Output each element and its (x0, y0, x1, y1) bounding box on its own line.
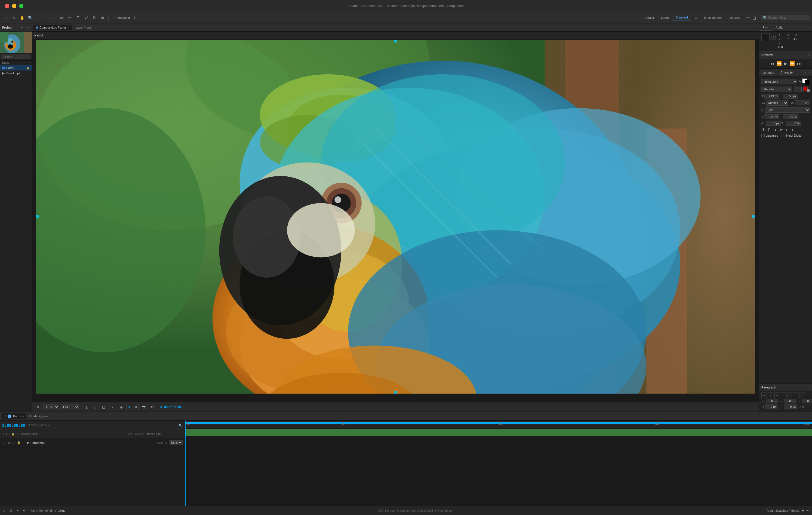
fmt-sub-btn[interactable]: T↓ (791, 128, 796, 132)
fmt-super-btn[interactable]: T↑ (785, 128, 790, 132)
home-tool[interactable]: ⌂ (2, 14, 9, 21)
minimize-panel-btn[interactable]: ◫ (751, 14, 758, 21)
align-justify-btn[interactable]: ⋮ (781, 393, 786, 398)
vt-preview-btn[interactable]: ⟳ (149, 403, 156, 410)
project-item-parrot-comp[interactable]: ▦ Parrot 🔒 (0, 65, 32, 70)
info-panel-menu[interactable]: ≡ (809, 26, 810, 29)
status-char-btn[interactable]: A (23, 509, 25, 513)
handle-top[interactable] (394, 40, 397, 42)
char-menu-btn[interactable]: ≡ (804, 71, 806, 74)
align-left-btn[interactable]: ≡ (761, 393, 767, 398)
para-indent-left-input[interactable] (766, 399, 778, 403)
fmt-smallcaps-btn[interactable]: Tт (779, 128, 784, 132)
leading-input[interactable] (783, 94, 798, 98)
layer-audio-btn[interactable]: ♪ (12, 441, 16, 445)
font-style-dropdown[interactable]: Regular (761, 87, 792, 92)
char-expand-btn[interactable]: >> (808, 71, 811, 74)
layer-solo-btn[interactable]: ◎ (2, 441, 6, 445)
align-center-btn[interactable]: ≡ (768, 393, 773, 398)
toggle-switches-btn[interactable]: Toggle Switches / Modes (766, 509, 800, 512)
comp-tab-close[interactable]: ✕ (67, 26, 69, 29)
render-queue-btn[interactable]: Render Queue (29, 414, 48, 418)
prev-step-fwd-btn[interactable]: ⏩ (789, 61, 795, 66)
status-graph-btn[interactable]: ∿ (806, 509, 809, 512)
tl-layer-1[interactable]: ◎ 👁 ♪ 🔒 1 ▶ Parrot.mp4 ⊕⊗⊗ ⊗ None (0, 438, 185, 448)
ws-menu[interactable]: ≡ (692, 15, 700, 20)
vt-trans-button[interactable]: ◈ (118, 403, 125, 410)
prev-last-btn[interactable]: ⏭ (797, 61, 802, 66)
ws-default[interactable]: Default (641, 15, 657, 20)
puppet-tool[interactable]: ⊕ (99, 14, 106, 21)
tl-tab-parrot[interactable]: ✕ Parrot ≡ (2, 413, 26, 419)
font-swatch-mini-bg[interactable] (807, 89, 810, 92)
project-item-parrot-mp4[interactable]: ▶ Parrot.mp4 (0, 70, 32, 76)
undo-btn[interactable]: ↩ (38, 14, 46, 21)
align-justify-c-btn[interactable]: ⋮ (787, 393, 793, 398)
rect-tool[interactable]: ▭ (58, 14, 65, 21)
preview-menu-btn[interactable]: ≡ (808, 54, 810, 57)
zoom-tool[interactable]: 🔍 (27, 14, 34, 21)
paragraph-menu-btn[interactable]: ≡ (808, 386, 810, 389)
ligatures-checkbox[interactable] (761, 134, 765, 137)
para-indent-right-input[interactable] (784, 404, 797, 409)
snapping-options[interactable]: ⋮ (131, 14, 138, 21)
vt-options-btn[interactable]: ⚙ (34, 403, 41, 410)
font-size-input[interactable] (764, 94, 779, 98)
align-right-btn[interactable]: ≡ (775, 393, 780, 398)
handle-right[interactable] (752, 215, 755, 218)
hand-tool[interactable]: ✋ (19, 14, 26, 21)
vt-mask-button[interactable]: ◻ (100, 403, 107, 410)
hindi-digits-checkbox[interactable] (782, 134, 785, 137)
layer-lock-btn[interactable]: 🔒 (17, 441, 21, 445)
status-preview-btn[interactable]: ⊞ (9, 509, 12, 513)
more-workspaces-btn[interactable]: >> (744, 15, 749, 21)
hscale-input[interactable] (764, 114, 779, 119)
maximize-button[interactable] (19, 4, 23, 8)
vt-quality-dropdown[interactable]: Full Half Quarter (61, 404, 79, 409)
layer-parent-select[interactable]: None (170, 440, 182, 445)
kern-unit-dropdown[interactable]: - px px (765, 107, 810, 113)
handle-left[interactable] (36, 215, 39, 218)
status-home-btn[interactable]: ⌂ (3, 509, 5, 513)
info-plus-btn[interactable]: + (771, 35, 776, 39)
ws-libraries[interactable]: Libraries (725, 15, 744, 20)
vt-comp-button[interactable]: ◫ (83, 403, 90, 410)
para-first-indent-input[interactable] (765, 404, 778, 409)
vt-snap-button[interactable]: ⊞ (91, 403, 98, 410)
close-button[interactable] (5, 4, 9, 8)
arrow-tool[interactable]: ↖ (10, 14, 18, 21)
status-motion-btn[interactable]: ~ (17, 509, 19, 513)
prev-first-btn[interactable]: ⏮ (770, 61, 774, 66)
baseline-input[interactable] (766, 121, 781, 126)
font-edit-btn[interactable]: ✎ (799, 80, 801, 84)
tl-tab-close[interactable]: ✕ (4, 414, 7, 418)
redo-btn[interactable]: ↪ (47, 14, 54, 21)
fmt-allcaps-btn[interactable]: TT (772, 128, 778, 132)
comp-tab-parrot[interactable]: ▦ Composition: Parrot ✕ (33, 25, 72, 30)
handle-bottom[interactable] (394, 391, 397, 394)
font-family-dropdown[interactable]: Nexa Light (761, 79, 797, 84)
ws-small-screen[interactable]: Small Screen (700, 15, 725, 20)
tl-track-1[interactable] (185, 429, 812, 436)
type-tool[interactable]: T (75, 14, 82, 21)
minimize-button[interactable] (12, 4, 16, 8)
prev-step-back-btn[interactable]: ⏪ (776, 61, 782, 66)
tab-info[interactable]: Info (759, 24, 772, 31)
snapping-checkbox[interactable] (113, 16, 116, 19)
fmt-italic-btn[interactable]: T (766, 127, 771, 132)
font-bg-color[interactable] (805, 80, 810, 85)
tab-libraries[interactable]: Libraries (759, 69, 777, 76)
tl-search-btn[interactable]: 🔍 (178, 424, 182, 427)
ws-learn[interactable]: Learn (658, 15, 672, 20)
tab-character[interactable]: Character (777, 69, 797, 76)
project-collapse-btn[interactable]: >> (25, 25, 30, 30)
clone-tool[interactable]: ⎘ (91, 14, 98, 21)
vscale-input[interactable] (783, 114, 798, 119)
fmt-bold-btn[interactable]: T (761, 127, 765, 132)
vt-zoom-dropdown[interactable]: 119% 100% 50% (43, 404, 59, 409)
para-space-before-input[interactable] (784, 399, 796, 403)
vt-region-button[interactable]: ▪ (109, 403, 116, 410)
vt-snapshot-btn[interactable]: 📷 (140, 403, 147, 410)
tab-audio[interactable]: Audio (772, 24, 787, 31)
search-help-input[interactable] (768, 16, 806, 20)
